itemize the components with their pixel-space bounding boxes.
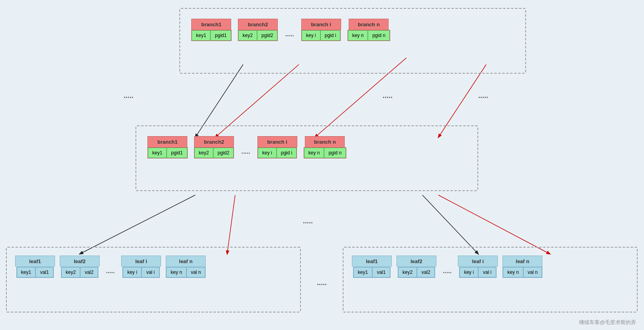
br-leafn-key: key n: [503, 267, 523, 277]
top-branch-2: branch2 key2 pgid2: [238, 19, 278, 41]
dots-mid-1: .....: [383, 92, 393, 100]
bl-leafn-header: leaf n: [166, 256, 206, 267]
mid-branch-i: branch i key i pgid i: [257, 136, 297, 158]
mid-branch1-key: key1: [148, 148, 167, 158]
bl-leaf2-val: val2: [80, 267, 98, 277]
br-leaf1-val: val1: [372, 267, 390, 277]
mid-branch-2: branch2 key2 pgid2: [194, 136, 234, 158]
top-branchn-key: key n: [348, 30, 368, 41]
mid-branchi-header: branch i: [257, 136, 297, 147]
top-branchn-header: branch n: [349, 19, 389, 30]
br-leaf1-key: key1: [353, 267, 372, 277]
bl-leaf-i: leaf i key i val i: [121, 256, 161, 278]
bl-leaf2-cells: key2 val2: [61, 267, 98, 278]
br-ellipsis: .....: [439, 268, 456, 275]
mid-ellipsis-1: .....: [237, 148, 254, 155]
bl-leaf-1: leaf1 key1 val1: [15, 256, 55, 278]
mid-branch2-cells: key2 pgid2: [194, 147, 234, 158]
bl-leafi-key: key i: [123, 267, 141, 277]
top-branch2-header: branch2: [238, 19, 278, 30]
bl-leaf1-val: val1: [35, 267, 53, 277]
br-leaf2-val: val2: [417, 267, 435, 277]
top-branchi-key: key i: [302, 30, 320, 41]
br-leaf-i: leaf i key i val i: [458, 256, 498, 278]
mid-branch1-cells: key1 pgid1: [147, 147, 188, 158]
br-leaf2-header: leaf2: [397, 256, 436, 267]
svg-line-7: [438, 195, 550, 254]
br-leafi-val: val i: [478, 267, 496, 277]
br-leafn-header: leaf n: [503, 256, 542, 267]
bl-leaf1-key: key1: [17, 267, 35, 277]
bl-leafi-val: val i: [141, 267, 159, 277]
br-leaf1-header: leaf1: [352, 256, 392, 267]
bl-leafn-cells: key n val n: [166, 267, 206, 278]
br-leaf1-cells: key1 val1: [353, 267, 391, 278]
bl-leaf2-header: leaf2: [60, 256, 100, 267]
bl-leaf-n: leaf n key n val n: [166, 256, 206, 278]
bl-leaf-2: leaf2 key2 val2: [60, 256, 100, 278]
br-leafi-cells: key i val i: [459, 267, 497, 278]
br-leaf2-key: key2: [398, 267, 417, 277]
top-ellipsis-1: .....: [281, 31, 298, 38]
mid-branch2-key: key2: [194, 148, 213, 158]
br-leaf-1: leaf1 key1 val1: [352, 256, 392, 278]
svg-line-6: [422, 195, 478, 254]
br-leafi-key: key i: [459, 267, 478, 277]
bl-ellipsis: .....: [102, 268, 119, 275]
bl-leafi-cells: key i val i: [122, 267, 160, 278]
mid-branch1-header: branch1: [147, 136, 187, 147]
top-branchn-pgid: pgid n: [368, 30, 390, 41]
top-dashed-box: branch1 key1 pgid1 branch2 key2 pgid2 ..…: [179, 8, 526, 74]
mid-branchn-header: branch n: [305, 136, 345, 147]
top-branchi-cells: key i pgid i: [301, 30, 341, 41]
bl-leafi-header: leaf i: [121, 256, 161, 267]
diagram-container: branch1 key1 pgid1 branch2 key2 pgid2 ..…: [0, 0, 644, 330]
bl-leafn-val: val n: [187, 267, 205, 277]
bottom-left-dashed-box: leaf1 key1 val1 leaf2 key2 val2 ..... le…: [6, 247, 301, 312]
mid-branch1-pgid: pgid1: [167, 148, 187, 158]
top-branchn-cells: key n pgid n: [348, 30, 390, 41]
br-leafi-header: leaf i: [458, 256, 498, 267]
br-leafn-cells: key n val n: [503, 267, 542, 278]
top-branch-n: branch n key n pgid n: [348, 19, 390, 41]
top-branchi-pgid: pgid i: [320, 30, 341, 41]
top-branch2-cells: key2 pgid2: [238, 30, 278, 41]
br-leaf2-cells: key2 val2: [398, 267, 435, 278]
top-branchi-header: branch i: [301, 19, 341, 30]
top-branch-1: branch1 key1 pgid1: [191, 19, 232, 41]
dots-left-1: .....: [124, 92, 134, 100]
dots-bottom-mid: .....: [317, 279, 327, 287]
mid-branch-1: branch1 key1 pgid1: [147, 136, 188, 158]
mid-dashed-box: branch1 key1 pgid1 branch2 key2 pgid2 ..…: [135, 125, 478, 191]
svg-line-5: [227, 195, 235, 254]
top-branch-i: branch i key i pgid i: [301, 19, 341, 41]
svg-line-4: [80, 195, 195, 254]
top-branch1-cells: key1 pgid1: [191, 30, 232, 41]
dots-right-1: .....: [478, 92, 488, 100]
bl-leaf1-cells: key1 val1: [16, 267, 54, 278]
br-leafn-val: val n: [523, 267, 542, 277]
bl-leafn-key: key n: [166, 267, 187, 277]
bl-leaf1-header: leaf1: [15, 256, 55, 267]
mid-branchn-key: key n: [304, 148, 324, 158]
mid-branch-n: branch n key n pgid n: [304, 136, 346, 158]
mid-branchi-cells: key i pgid i: [257, 147, 297, 158]
bl-leaf2-key: key2: [61, 267, 80, 277]
top-branch2-pgid: pgid2: [257, 30, 277, 41]
br-leaf-n: leaf n key n val n: [503, 256, 542, 278]
mid-branch2-header: branch2: [194, 136, 234, 147]
top-branch1-key: key1: [192, 30, 210, 41]
top-branch1-pgid: pgid1: [210, 30, 231, 41]
watermark: 继续车客@毛里求斯的弄: [579, 319, 636, 326]
dots-mid-2: .....: [303, 217, 313, 225]
mid-branch2-pgid: pgid2: [213, 148, 234, 158]
top-branch2-key: key2: [238, 30, 257, 41]
mid-branchn-cells: key n pgid n: [304, 147, 346, 158]
br-leaf-2: leaf2 key2 val2: [397, 256, 436, 278]
mid-branchi-pgid: pgid i: [277, 148, 297, 158]
mid-branchi-key: key i: [258, 148, 277, 158]
bottom-right-dashed-box: leaf1 key1 val1 leaf2 key2 val2 ..... le…: [343, 247, 638, 312]
mid-branchn-pgid: pgid n: [324, 148, 346, 158]
top-branch1-header: branch1: [191, 19, 231, 30]
